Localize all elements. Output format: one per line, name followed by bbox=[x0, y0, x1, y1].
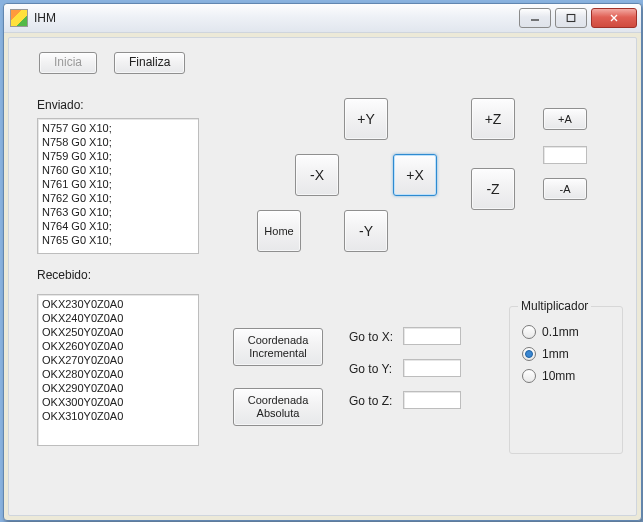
goto-y-label: Go to Y: bbox=[349, 362, 392, 376]
recebido-listbox[interactable]: OKX230Y0Z0A0 OKX240Y0Z0A0 OKX250Y0Z0A0 O… bbox=[37, 294, 199, 446]
app-icon bbox=[10, 9, 28, 27]
svg-rect-1 bbox=[567, 15, 575, 22]
jog-plus-x-button[interactable]: +X bbox=[393, 154, 437, 196]
multiplier-option-0p1mm[interactable]: 0.1mm bbox=[522, 325, 610, 339]
multiplicador-legend: Multiplicador bbox=[518, 299, 591, 313]
titlebar[interactable]: IHM bbox=[4, 4, 641, 33]
client-area: Inicia Finaliza Enviado: N757 G0 X10; N7… bbox=[8, 37, 637, 516]
jog-plus-y-button[interactable]: +Y bbox=[344, 98, 388, 140]
jog-minus-z-button[interactable]: -Z bbox=[471, 168, 515, 210]
maximize-icon bbox=[566, 13, 576, 23]
coord-absoluta-button[interactable]: Coordenada Absoluta bbox=[233, 388, 323, 426]
maximize-button[interactable] bbox=[555, 8, 587, 28]
enviado-label: Enviado: bbox=[37, 98, 84, 112]
inicia-button[interactable]: Inicia bbox=[39, 52, 97, 74]
goto-y-input[interactable] bbox=[403, 359, 461, 377]
app-window: IHM Inicia Finaliza Enviado: N757 G0 X10… bbox=[3, 3, 642, 521]
close-icon bbox=[609, 13, 619, 23]
close-button[interactable] bbox=[591, 8, 637, 28]
goto-x-label: Go to X: bbox=[349, 330, 393, 344]
radio-icon bbox=[522, 325, 536, 339]
multiplier-option-label: 1mm bbox=[542, 347, 569, 361]
a-value-input[interactable] bbox=[543, 146, 587, 164]
multiplicador-group: Multiplicador 0.1mm1mm10mm bbox=[509, 306, 623, 454]
jog-minus-y-button[interactable]: -Y bbox=[344, 210, 388, 252]
multiplier-option-1mm[interactable]: 1mm bbox=[522, 347, 610, 361]
multiplier-option-label: 10mm bbox=[542, 369, 575, 383]
goto-z-label: Go to Z: bbox=[349, 394, 392, 408]
minimize-icon bbox=[530, 13, 540, 23]
jog-plus-a-button[interactable]: +A bbox=[543, 108, 587, 130]
radio-icon bbox=[522, 347, 536, 361]
radio-icon bbox=[522, 369, 536, 383]
enviado-listbox[interactable]: N757 G0 X10; N758 G0 X10; N759 G0 X10; N… bbox=[37, 118, 199, 254]
multiplier-option-label: 0.1mm bbox=[542, 325, 579, 339]
jog-plus-z-button[interactable]: +Z bbox=[471, 98, 515, 140]
minimize-button[interactable] bbox=[519, 8, 551, 28]
finaliza-button[interactable]: Finaliza bbox=[114, 52, 185, 74]
goto-z-input[interactable] bbox=[403, 391, 461, 409]
goto-x-input[interactable] bbox=[403, 327, 461, 345]
home-button[interactable]: Home bbox=[257, 210, 301, 252]
jog-minus-a-button[interactable]: -A bbox=[543, 178, 587, 200]
jog-minus-x-button[interactable]: -X bbox=[295, 154, 339, 196]
coord-incremental-button[interactable]: Coordenada Incremental bbox=[233, 328, 323, 366]
window-title: IHM bbox=[34, 11, 519, 25]
multiplier-option-10mm[interactable]: 10mm bbox=[522, 369, 610, 383]
recebido-label: Recebido: bbox=[37, 268, 91, 282]
